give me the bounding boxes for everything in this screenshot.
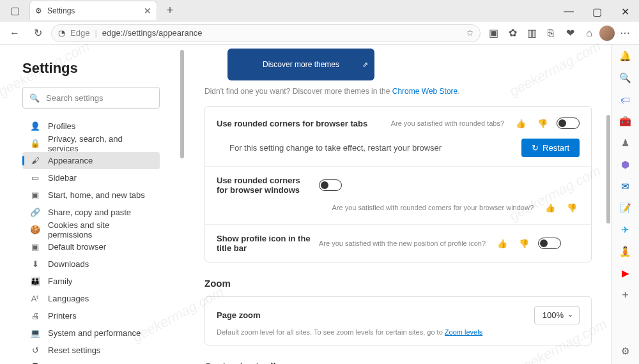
sidebar-item-cookies-and-site-permissions[interactable]: 🍪Cookies and site permissions (22, 221, 160, 238)
sidebar-item-default-browser[interactable]: ▣Default browser (22, 238, 160, 255)
thumbs-up-icon[interactable]: 👍 (513, 116, 528, 131)
zoom-select[interactable]: 100% (534, 306, 580, 324)
sidebar-item-share-copy-and-paste[interactable]: 🔗Share, copy and paste (22, 204, 160, 221)
sync-icon[interactable]: ⎘ (542, 24, 560, 43)
nav-icon: 🔗 (30, 208, 40, 217)
office-icon[interactable]: ⬢ (619, 158, 632, 171)
close-icon[interactable]: ✕ (144, 6, 151, 16)
nav-icon: ▣ (30, 190, 40, 200)
sidebar-item-languages[interactable]: AᵗLanguages (22, 290, 160, 307)
page-zoom-label: Page zoom (217, 310, 534, 320)
sidebar-item-reset-settings[interactable]: ↺Reset settings (22, 342, 160, 359)
sidebar-item-family[interactable]: 👪Family (22, 273, 160, 290)
thumbs-down-icon[interactable]: 👎 (564, 200, 580, 215)
thumbs-down-icon[interactable]: 👎 (535, 116, 550, 131)
rounded-windows-toggle[interactable] (319, 179, 342, 191)
nav-icon: ⬇ (30, 259, 40, 269)
search-input[interactable]: 🔍 Search settings (22, 87, 160, 109)
nav-icon: ▭ (30, 173, 40, 183)
home-icon[interactable]: ⌂ (580, 24, 598, 43)
performance-icon[interactable]: ❤ (561, 24, 579, 43)
extensions-menu-icon[interactable]: ✿ (504, 24, 521, 43)
sidebar-item-privacy-search-and-services[interactable]: 🔒Privacy, search, and services (22, 135, 160, 152)
notes-icon[interactable]: 📝 (619, 202, 632, 215)
minimize-button[interactable]: — (555, 1, 583, 22)
rounded-windows-label: Use rounded corners for browser windows (217, 176, 312, 195)
sidebar-item-downloads[interactable]: ⬇Downloads (22, 255, 160, 273)
tools-icon[interactable]: 🧰 (619, 115, 632, 128)
url-input[interactable]: ◔ Edge | edge://settings/appearance ✩ (51, 24, 481, 42)
sidebar-scrollbar[interactable] (180, 50, 184, 158)
nav-icon: 🔒 (30, 139, 40, 148)
nav-icon: 🖨 (30, 311, 40, 321)
sidebar-item-appearance[interactable]: 🖌Appearance (22, 152, 160, 169)
external-link-icon: ⇗ (362, 61, 368, 69)
tab-title: Settings (47, 6, 75, 15)
nav-icon: 💻 (30, 328, 40, 338)
profile-icon-toggle[interactable] (538, 238, 561, 249)
url-brand: Edge (70, 28, 89, 38)
rounded-tabs-toggle[interactable] (557, 118, 580, 129)
appearance-card: Use rounded corners for browser tabs Are… (204, 106, 592, 262)
tab-actions-icon[interactable]: ▢ (9, 4, 20, 16)
theme-banner[interactable]: Discover more themes ⇗ (227, 49, 374, 80)
sidebar-item-sidebar[interactable]: ▭Sidebar (22, 169, 160, 186)
nav-icon: 🖌 (30, 156, 40, 165)
collections-icon[interactable]: ▥ (523, 24, 541, 43)
rounded-tabs-label: Use rounded corners for browser tabs (217, 119, 385, 128)
edge-icon: ◔ (58, 28, 65, 38)
sidebar-item-start-home-and-new-tabs[interactable]: ▣Start, home, and new tabs (22, 186, 160, 204)
maximize-button[interactable]: ▢ (583, 1, 611, 22)
search-placeholder: Search settings (46, 93, 104, 103)
send-icon[interactable]: ✈ (619, 224, 632, 236)
nav-icon: 🍪 (30, 225, 40, 234)
gear-icon: ⚙ (35, 6, 42, 15)
favorite-icon[interactable]: ✩ (466, 28, 473, 38)
nav-icon: ▣ (30, 242, 40, 252)
back-button[interactable]: ← (5, 24, 24, 43)
extension-icon[interactable]: ▣ (484, 24, 502, 43)
person-icon[interactable]: 🧘 (619, 245, 632, 258)
new-tab-button[interactable]: + (161, 1, 179, 19)
nav-icon: 👪 (30, 277, 40, 286)
nav-icon: 👤 (30, 121, 40, 131)
thumbs-up-icon[interactable]: 👍 (495, 236, 510, 251)
customize-heading: Customize toolbar (204, 361, 592, 364)
page-title: Settings (22, 60, 185, 77)
sidebar-rail: 🔔 🔍 🏷 🧰 ♟ ⬢ ✉ 📝 ✈ 🧘 ▶ + ⚙ (611, 45, 639, 364)
rail-settings-icon[interactable]: ⚙ (619, 345, 632, 358)
bell-icon[interactable]: 🔔 (619, 50, 632, 63)
theme-subtitle: Didn't find one you want? Discover more … (204, 87, 592, 96)
zoom-heading: Zoom (204, 278, 592, 289)
add-rail-icon[interactable]: + (619, 289, 632, 301)
sidebar-item-system-and-performance[interactable]: 💻System and performance (22, 324, 160, 342)
sidebar-item-printers[interactable]: 🖨Printers (22, 307, 160, 324)
search-icon: 🔍 (29, 93, 40, 103)
refresh-button[interactable]: ↻ (28, 24, 47, 43)
sidebar-item-profiles[interactable]: 👤Profiles (22, 118, 160, 135)
sidebar-item-phone-and-other-devices[interactable]: 📱Phone and other devices (22, 359, 160, 364)
thumbs-up-icon[interactable]: 👍 (543, 200, 558, 215)
restart-icon: ↻ (532, 143, 539, 153)
restart-button[interactable]: ↻ Restart (521, 139, 580, 157)
profile-icon-label: Show profile icon in the title bar (217, 234, 312, 253)
title-bar: ▢ ⚙ Settings ✕ + — ▢ ✕ (0, 0, 639, 22)
nav-icon: ↺ (30, 345, 40, 355)
settings-sidebar: Settings 🔍 Search settings 👤Profiles🔒Pri… (0, 45, 185, 364)
search-icon[interactable]: 🔍 (619, 72, 632, 84)
browser-tab[interactable]: ⚙ Settings ✕ (29, 1, 157, 20)
games-icon[interactable]: ♟ (619, 137, 632, 149)
more-menu-icon[interactable]: ⋯ (616, 24, 634, 43)
close-window-button[interactable]: ✕ (611, 1, 639, 22)
profile-avatar[interactable] (599, 26, 615, 41)
url-text: edge://settings/appearance (102, 28, 203, 38)
zoom-levels-link[interactable]: Zoom levels (445, 328, 482, 336)
youtube-icon[interactable]: ▶ (619, 267, 632, 280)
outlook-icon[interactable]: ✉ (619, 180, 632, 193)
nav-icon: Aᵗ (30, 294, 40, 303)
thumbs-down-icon[interactable]: 👎 (516, 236, 532, 251)
main-scrollbar[interactable] (606, 115, 610, 224)
chrome-store-link[interactable]: Chrome Web Store (392, 87, 458, 96)
address-bar: ← ↻ ◔ Edge | edge://settings/appearance … (0, 22, 639, 45)
shopping-icon[interactable]: 🏷 (619, 93, 632, 106)
